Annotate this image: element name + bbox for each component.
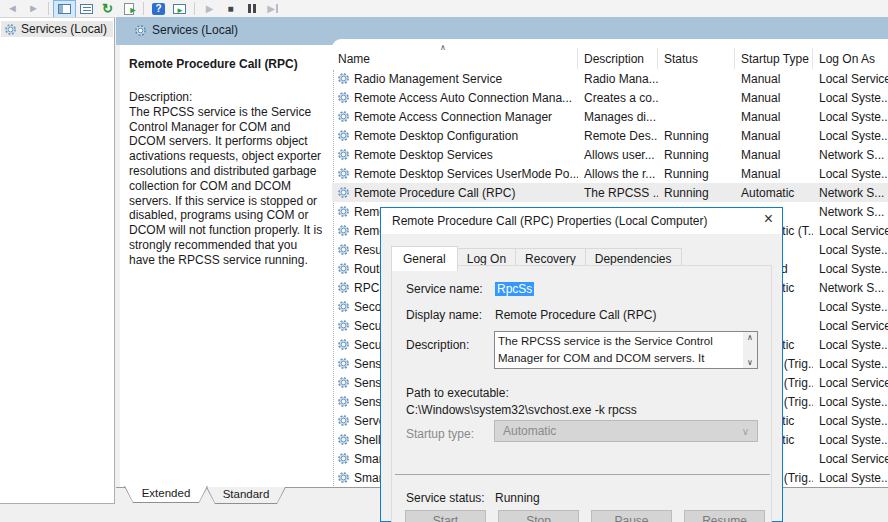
service-gear-icon [337, 224, 350, 237]
service-properties-dialog: Remote Procedure Call (RPC) Properties (… [380, 207, 783, 522]
toolbar-separator [194, 2, 195, 15]
service-description: The RPCSS ... [578, 183, 658, 202]
resume-button[interactable]: Resume [684, 510, 765, 522]
column-header-description[interactable]: Description [578, 48, 658, 69]
pause-button[interactable]: Pause [591, 510, 672, 522]
tab-general[interactable]: General [391, 246, 458, 271]
close-icon[interactable]: × [764, 211, 773, 227]
help-icon: ? [152, 3, 165, 15]
back-button[interactable]: ◄ [2, 1, 23, 17]
service-log-on-as: Local Syste... [813, 468, 888, 487]
stop-button[interactable]: Stop [498, 510, 579, 522]
dialog-title-bar[interactable]: Remote Procedure Call (RPC) Properties (… [381, 208, 782, 234]
description-scrollbar[interactable]: ∧ ∨ [743, 332, 757, 368]
startup-type-dropdown[interactable]: Automatic ∨ [494, 420, 758, 442]
service-log-on-as: Local Syste... [813, 430, 888, 449]
service-status: Running [658, 126, 735, 145]
service-startup-type: Manual [735, 145, 813, 164]
service-gear-icon [337, 281, 350, 294]
service-gear-icon [337, 243, 350, 256]
service-gear-icon [337, 110, 350, 123]
service-description: Remote Des... [578, 126, 658, 145]
description-label: Description: [406, 338, 469, 352]
service-log-on-as: Local Syste... [813, 107, 888, 126]
column-header-status[interactable]: Status [658, 48, 735, 69]
scroll-up-icon[interactable]: ∧ [747, 333, 753, 342]
forward-button[interactable]: ► [23, 1, 44, 17]
tree-item-services-local[interactable]: Services (Local) [1, 21, 113, 37]
service-row[interactable]: Remote Access Auto Connection Mana... Cr… [332, 88, 888, 107]
scroll-down-icon[interactable]: ∨ [747, 358, 753, 367]
stop-icon: ■ [227, 4, 233, 14]
service-name: Remote Access Auto Connection Mana... [354, 91, 572, 105]
column-header-name[interactable]: Name [332, 48, 578, 69]
service-log-on-as: Local Syste... [813, 88, 888, 107]
restart-service-button[interactable]: ▶ [262, 1, 283, 17]
toolbar: ◄ ► ↻ ► ? ► ▶ ■ ▶ [0, 0, 888, 17]
service-log-on-as: Local Syste... [813, 240, 888, 259]
service-row[interactable]: Radio Management Service Radio Mana... M… [332, 69, 888, 88]
refresh-icon: ↻ [102, 2, 113, 15]
service-row[interactable]: Remote Desktop Services UserMode Po... A… [332, 164, 888, 183]
column-header-log-on-as[interactable]: Log On As [813, 48, 888, 69]
service-log-on-as: Local Syste... [813, 354, 888, 373]
results-pane-title: Services (Local) [152, 23, 238, 37]
service-status [658, 107, 735, 126]
description-textbox[interactable]: The RPCSS service is the Service Control… [494, 331, 758, 369]
service-gear-icon [337, 262, 350, 275]
tab-standard[interactable]: Standard [206, 487, 286, 504]
gear-icon [134, 24, 147, 37]
path-label: Path to executable: [406, 386, 509, 400]
service-gear-icon [337, 452, 350, 465]
pause-service-button[interactable] [241, 1, 262, 17]
export-list-button[interactable]: ► [118, 1, 139, 17]
service-gear-icon [337, 376, 350, 389]
console-tree-icon [58, 4, 71, 14]
description-text: The RPCSS service is the Service Control… [498, 333, 741, 367]
service-row[interactable]: Remote Access Connection Manager Manages… [332, 107, 888, 126]
column-header-startup-type[interactable]: Startup Type [735, 48, 813, 69]
show-console-tree-button[interactable] [53, 0, 76, 18]
service-log-on-as: Network S... [813, 202, 888, 221]
refresh-button[interactable]: ↻ [97, 1, 118, 17]
show-action-pane-button[interactable]: ► [169, 1, 190, 17]
display-name-value: Remote Procedure Call (RPC) [495, 308, 656, 322]
start-button[interactable]: Start [405, 510, 486, 522]
service-startup-type: Manual [735, 164, 813, 183]
service-description: Creates a co... [578, 88, 658, 107]
stop-service-button[interactable]: ■ [220, 1, 241, 17]
service-gear-icon [337, 338, 350, 351]
start-service-button[interactable]: ▶ [199, 1, 220, 17]
dialog-divider [395, 474, 770, 475]
service-log-on-as: Local Syste... [813, 126, 888, 145]
service-name: Remote Desktop Services UserMode Po... [354, 167, 578, 181]
service-gear-icon [337, 72, 350, 85]
export-list-icon: ► [124, 3, 134, 15]
tab-extended[interactable]: Extended [124, 486, 208, 503]
extended-description-pane: Remote Procedure Call (RPC) Description:… [120, 45, 333, 487]
service-log-on-as: Local Syste... [813, 411, 888, 430]
service-row[interactable]: Remote Desktop Services Allows user... R… [332, 145, 888, 164]
forward-arrow-icon: ► [28, 3, 39, 14]
startup-type-value: Automatic [503, 424, 556, 438]
service-status-label: Service status: [406, 491, 485, 505]
dialog-title: Remote Procedure Call (RPC) Properties (… [392, 214, 707, 228]
display-name-label: Display name: [406, 308, 482, 322]
service-name-value[interactable]: RpcSs [495, 282, 534, 296]
chevron-down-icon: ∨ [742, 426, 749, 437]
service-log-on-as: Local Syste... [813, 297, 888, 316]
service-description: Manages di... [578, 107, 658, 126]
service-status: Running [658, 164, 735, 183]
service-startup-type: Automatic [735, 183, 813, 202]
service-startup-type: Manual [735, 69, 813, 88]
service-row[interactable]: Remote Procedure Call (RPC) The RPCSS ..… [332, 183, 888, 202]
console-tree-panel: Services (Local) [0, 17, 115, 504]
properties-button[interactable] [76, 1, 97, 17]
service-log-on-as: Network S... [813, 145, 888, 164]
service-name: Radio Management Service [354, 72, 502, 86]
service-row[interactable]: Remote Desktop Configuration Remote Des.… [332, 126, 888, 145]
service-log-on-as: Local Syste... [813, 335, 888, 354]
help-button[interactable]: ? [148, 1, 169, 17]
service-description: Allows user... [578, 145, 658, 164]
service-gear-icon [337, 319, 350, 332]
